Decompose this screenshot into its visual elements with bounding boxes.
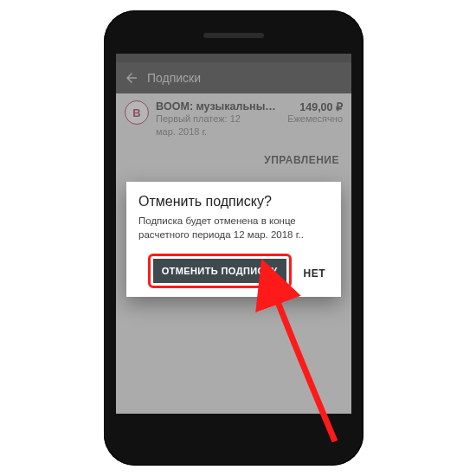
dialog-body-line2: расчетного периода 12 мар. 2018 г..: [138, 228, 329, 242]
dialog-body-line1: Подписка будет отменена в конце: [138, 215, 329, 228]
stage: Подписки B BOOM: музыкальный… Первый пла…: [0, 0, 476, 476]
cancel-subscription-button[interactable]: ОТМЕНИТЬ ПОДПИСКУ: [153, 259, 286, 283]
dialog-actions: ОТМЕНИТЬ ПОДПИСКУ НЕТ: [138, 254, 329, 288]
dialog-title: Отменить подписку?: [138, 194, 329, 209]
phone-frame: Подписки B BOOM: музыкальный… Первый пла…: [104, 10, 363, 466]
dialog-no-button[interactable]: НЕТ: [300, 262, 330, 285]
highlight-box: ОТМЕНИТЬ ПОДПИСКУ: [148, 254, 292, 288]
cancel-subscription-dialog: Отменить подписку? Подписка будет отмене…: [126, 182, 341, 297]
phone-screen: Подписки B BOOM: музыкальный… Первый пла…: [116, 54, 351, 414]
phone-speaker: [203, 33, 264, 38]
